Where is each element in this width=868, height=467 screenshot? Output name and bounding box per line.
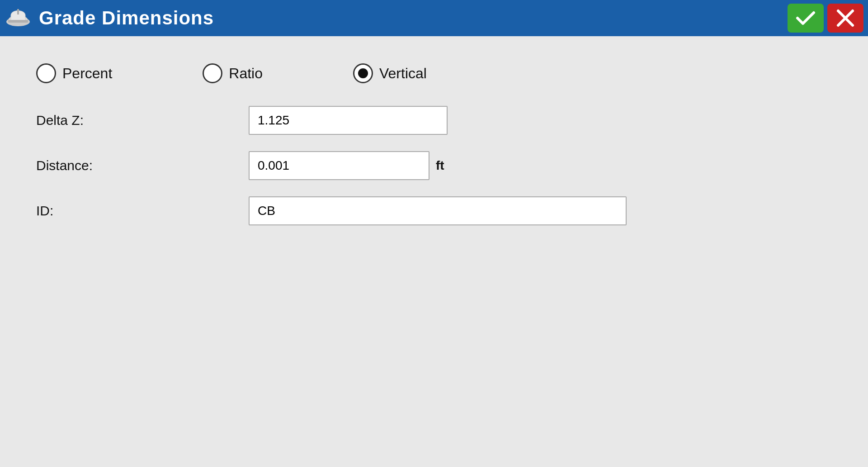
radio-ratio[interactable]: Ratio xyxy=(203,63,263,83)
x-icon xyxy=(835,8,855,28)
distance-row: Distance: ft xyxy=(36,151,832,180)
svg-rect-1 xyxy=(8,20,28,23)
main-content: Percent Ratio Vertical Delta Z: Distance… xyxy=(0,36,868,467)
delta-z-input[interactable] xyxy=(249,106,448,135)
distance-input[interactable] xyxy=(249,151,429,180)
distance-label: Distance: xyxy=(36,158,127,173)
hard-hat-icon xyxy=(5,5,32,32)
radio-vertical-circle xyxy=(353,63,373,83)
radio-percent-circle xyxy=(36,63,56,83)
radio-vertical-label: Vertical xyxy=(379,65,427,82)
radio-ratio-label: Ratio xyxy=(229,65,263,82)
radio-vertical[interactable]: Vertical xyxy=(353,63,427,83)
delta-z-label: Delta Z: xyxy=(36,113,127,128)
check-icon xyxy=(795,7,816,29)
delta-z-row: Delta Z: xyxy=(36,106,832,135)
id-label: ID: xyxy=(36,203,127,219)
radio-group: Percent Ratio Vertical xyxy=(36,63,832,83)
cancel-button[interactable] xyxy=(827,4,863,33)
radio-ratio-circle xyxy=(203,63,222,83)
distance-unit: ft xyxy=(436,158,444,173)
id-row: ID: xyxy=(36,196,832,225)
radio-percent[interactable]: Percent xyxy=(36,63,112,83)
header: Grade Dimensions xyxy=(0,0,868,36)
ok-button[interactable] xyxy=(788,4,824,33)
header-buttons xyxy=(788,4,863,33)
header-left: Grade Dimensions xyxy=(5,5,214,32)
page-title: Grade Dimensions xyxy=(39,7,214,29)
radio-percent-label: Percent xyxy=(62,65,112,82)
id-input[interactable] xyxy=(249,196,627,225)
